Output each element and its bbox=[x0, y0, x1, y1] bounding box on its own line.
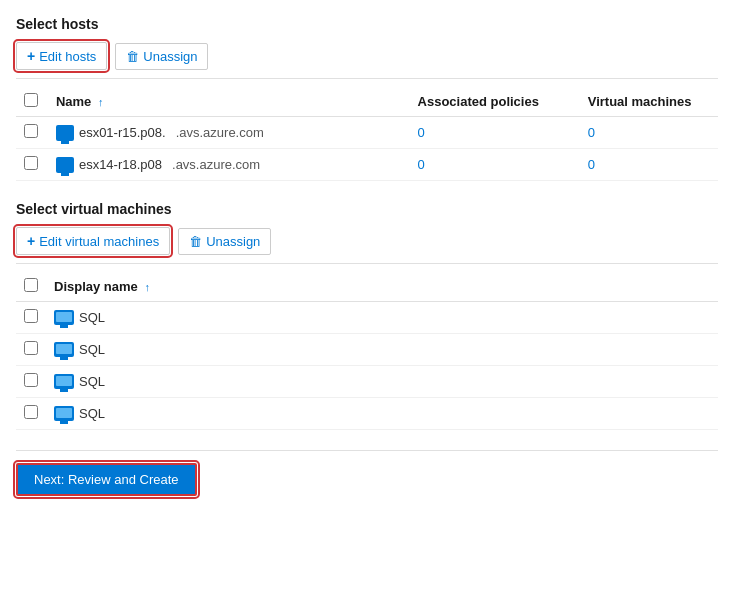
trash-icon-vms: 🗑 bbox=[189, 234, 202, 249]
vm-icon-1 bbox=[54, 342, 74, 357]
unassign-hosts-label: Unassign bbox=[143, 49, 197, 64]
hosts-row-vms-link[interactable]: 0 bbox=[588, 157, 595, 172]
vms-row-name-cell: SQL bbox=[46, 398, 718, 430]
hosts-name-header: Name ↑ bbox=[48, 87, 410, 117]
vms-table-row: SQL bbox=[16, 398, 718, 430]
plus-icon: + bbox=[27, 48, 35, 64]
vms-name-header: Display name ↑ bbox=[46, 272, 718, 302]
hosts-row-name: esx01-r15.p08. bbox=[79, 125, 166, 140]
edit-hosts-button[interactable]: + Edit hosts bbox=[16, 42, 107, 70]
hosts-table-row: esx01-r15.p08. .avs.azure.com 0 0 bbox=[16, 117, 718, 149]
hosts-row-vms-link[interactable]: 0 bbox=[588, 125, 595, 140]
vms-toolbar: + Edit virtual machines 🗑 Unassign bbox=[16, 227, 718, 255]
edit-hosts-label: Edit hosts bbox=[39, 49, 96, 64]
vms-row-name: SQL bbox=[79, 342, 105, 357]
hosts-name-sort-icon[interactable]: ↑ bbox=[98, 96, 104, 108]
hosts-divider bbox=[16, 78, 718, 79]
vms-row-name: SQL bbox=[79, 374, 105, 389]
edit-vms-button[interactable]: + Edit virtual machines bbox=[16, 227, 170, 255]
vms-row-checkbox-cell bbox=[16, 366, 46, 398]
hosts-row-policies: 0 bbox=[410, 149, 580, 181]
vms-row-checkbox-2[interactable] bbox=[24, 373, 38, 387]
hosts-toolbar: + Edit hosts 🗑 Unassign bbox=[16, 42, 718, 70]
hosts-row-vms: 0 bbox=[580, 117, 718, 149]
hosts-row-policies: 0 bbox=[410, 117, 580, 149]
next-button-label: Next: Review and Create bbox=[34, 472, 179, 487]
vms-row-name-cell: SQL bbox=[46, 366, 718, 398]
hosts-row-checkbox-0[interactable] bbox=[24, 124, 38, 138]
hosts-row-policies-link[interactable]: 0 bbox=[418, 125, 425, 140]
hosts-row-domain: .avs.azure.com bbox=[176, 125, 264, 140]
vms-table-row: SQL bbox=[16, 302, 718, 334]
hosts-policies-header: Associated policies bbox=[410, 87, 580, 117]
vms-section-title: Select virtual machines bbox=[16, 201, 718, 217]
hosts-row-checkbox-cell bbox=[16, 117, 48, 149]
hosts-select-all-checkbox[interactable] bbox=[24, 93, 38, 107]
hosts-row-checkbox-1[interactable] bbox=[24, 156, 38, 170]
vms-divider bbox=[16, 263, 718, 264]
vm-icon-0 bbox=[54, 310, 74, 325]
hosts-row-name-cell: esx14-r18.p08 .avs.azure.com bbox=[48, 149, 410, 181]
hosts-row-name: esx14-r18.p08 bbox=[79, 157, 162, 172]
host-icon-0 bbox=[56, 125, 74, 141]
vms-select-all-checkbox[interactable] bbox=[24, 278, 38, 292]
vms-row-name-cell: SQL bbox=[46, 302, 718, 334]
vms-table-body: SQL SQL SQL bbox=[16, 302, 718, 430]
unassign-vms-button[interactable]: 🗑 Unassign bbox=[178, 228, 271, 255]
host-icon-1 bbox=[56, 157, 74, 173]
select-hosts-section: Select hosts + Edit hosts 🗑 Unassign Nam… bbox=[16, 16, 718, 181]
vms-row-checkbox-0[interactable] bbox=[24, 309, 38, 323]
footer-bar: Next: Review and Create bbox=[16, 450, 718, 496]
next-review-create-button[interactable]: Next: Review and Create bbox=[16, 463, 197, 496]
vm-icon-3 bbox=[54, 406, 74, 421]
hosts-vms-header: Virtual machines bbox=[580, 87, 718, 117]
hosts-table-body: esx01-r15.p08. .avs.azure.com 0 0 esx14-… bbox=[16, 117, 718, 181]
hosts-row-checkbox-cell bbox=[16, 149, 48, 181]
vms-row-name: SQL bbox=[79, 310, 105, 325]
vms-row-checkbox-cell bbox=[16, 398, 46, 430]
hosts-table-header-row: Name ↑ Associated policies Virtual machi… bbox=[16, 87, 718, 117]
vms-row-checkbox-1[interactable] bbox=[24, 341, 38, 355]
vms-name-sort-icon[interactable]: ↑ bbox=[144, 281, 150, 293]
vms-table-header-row: Display name ↑ bbox=[16, 272, 718, 302]
vms-row-checkbox-cell bbox=[16, 334, 46, 366]
hosts-row-domain: .avs.azure.com bbox=[172, 157, 260, 172]
hosts-row-vms: 0 bbox=[580, 149, 718, 181]
unassign-hosts-button[interactable]: 🗑 Unassign bbox=[115, 43, 208, 70]
vms-table-row: SQL bbox=[16, 366, 718, 398]
hosts-row-name-cell: esx01-r15.p08. .avs.azure.com bbox=[48, 117, 410, 149]
vms-header-checkbox-cell bbox=[16, 272, 46, 302]
hosts-table-row: esx14-r18.p08 .avs.azure.com 0 0 bbox=[16, 149, 718, 181]
plus-icon-vms: + bbox=[27, 233, 35, 249]
trash-icon: 🗑 bbox=[126, 49, 139, 64]
vm-icon-2 bbox=[54, 374, 74, 389]
hosts-table: Name ↑ Associated policies Virtual machi… bbox=[16, 87, 718, 181]
unassign-vms-label: Unassign bbox=[206, 234, 260, 249]
vms-row-name-cell: SQL bbox=[46, 334, 718, 366]
vms-row-checkbox-3[interactable] bbox=[24, 405, 38, 419]
vms-table-row: SQL bbox=[16, 334, 718, 366]
edit-vms-label: Edit virtual machines bbox=[39, 234, 159, 249]
hosts-header-checkbox-cell bbox=[16, 87, 48, 117]
select-vms-section: Select virtual machines + Edit virtual m… bbox=[16, 201, 718, 430]
vms-table: Display name ↑ SQL bbox=[16, 272, 718, 430]
hosts-row-policies-link[interactable]: 0 bbox=[418, 157, 425, 172]
vms-row-name: SQL bbox=[79, 406, 105, 421]
vms-row-checkbox-cell bbox=[16, 302, 46, 334]
hosts-section-title: Select hosts bbox=[16, 16, 718, 32]
